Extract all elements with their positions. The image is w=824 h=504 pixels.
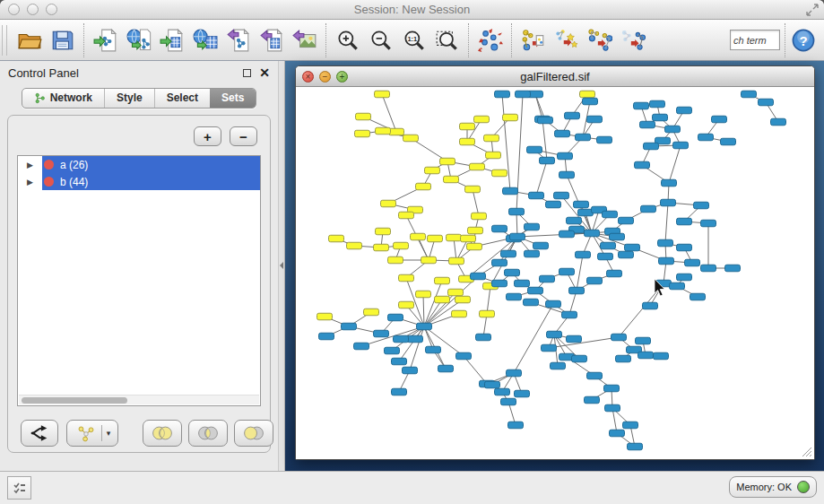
hide-unselected-button[interactable] (616, 22, 649, 58)
graph-node[interactable] (585, 230, 600, 237)
graph-node[interactable] (438, 365, 454, 372)
graph-node[interactable] (625, 244, 640, 251)
tab-network[interactable]: Network (22, 89, 104, 108)
graph-node[interactable] (634, 102, 649, 109)
graph-node[interactable] (583, 98, 598, 105)
search-input[interactable]: ch term (730, 30, 780, 50)
graph-node[interactable] (480, 310, 495, 317)
select-from-network-button[interactable] (550, 22, 583, 58)
graph-node[interactable] (347, 242, 362, 249)
graph-node[interactable] (641, 205, 656, 213)
graph-node[interactable] (376, 127, 391, 135)
intersect-sets-button[interactable] (188, 420, 228, 447)
first-neighbors-button[interactable] (583, 22, 616, 58)
graph-node[interactable] (421, 256, 437, 264)
graph-node[interactable] (329, 235, 344, 242)
graph-node[interactable] (486, 152, 501, 159)
graph-node[interactable] (516, 91, 531, 98)
zoom-1to1-button[interactable]: 1:1 (397, 22, 430, 58)
add-set-button[interactable]: + (194, 126, 221, 146)
apply-layout-button[interactable] (473, 22, 507, 58)
network-frame[interactable]: × − + galFiltered.sif (295, 65, 815, 460)
graph-node[interactable] (394, 335, 409, 343)
graph-node[interactable] (643, 302, 658, 309)
graph-node[interactable] (411, 233, 426, 240)
graph-node[interactable] (452, 310, 467, 317)
graph-node[interactable] (471, 273, 486, 280)
graph-node[interactable] (510, 233, 525, 240)
import-network-web-button[interactable] (122, 22, 155, 58)
dropdown-caret-icon[interactable]: ▾ (101, 425, 111, 441)
graph-node[interactable] (385, 347, 400, 354)
graph-node[interactable] (619, 217, 634, 224)
graph-node[interactable] (495, 388, 510, 395)
graph-node[interactable] (484, 135, 499, 142)
graph-node[interactable] (507, 369, 522, 377)
expander-icon[interactable]: ▶ (18, 156, 42, 173)
graph-node[interactable] (587, 277, 603, 284)
graph-node[interactable] (585, 396, 600, 404)
graph-node[interactable] (562, 311, 577, 318)
graph-node[interactable] (551, 362, 566, 369)
graph-node[interactable] (569, 287, 585, 294)
graph-node[interactable] (701, 265, 716, 272)
graph-node[interactable] (559, 268, 575, 275)
scrollbar-thumb[interactable] (22, 397, 127, 404)
horizontal-scrollbar[interactable] (19, 395, 259, 404)
split-set-button[interactable] (21, 420, 58, 447)
graph-node[interactable] (567, 217, 582, 224)
graph-node[interactable] (374, 330, 389, 337)
graph-node[interactable] (374, 244, 389, 251)
graph-node[interactable] (460, 123, 475, 130)
graph-node[interactable] (580, 91, 595, 98)
graph-node[interactable] (587, 116, 603, 123)
graph-node[interactable] (515, 280, 530, 287)
graph-node[interactable] (546, 201, 561, 208)
graph-node[interactable] (576, 134, 591, 141)
export-image-button[interactable] (288, 22, 321, 58)
sets-list[interactable]: ▶a (26)▶b (44) (17, 155, 261, 406)
graph-node[interactable] (317, 313, 333, 320)
export-table-button[interactable] (255, 22, 288, 58)
graph-node[interactable] (440, 158, 455, 165)
tab-select[interactable]: Select (154, 89, 210, 108)
graph-node[interactable] (721, 138, 736, 145)
graph-node[interactable] (650, 100, 665, 108)
graph-node[interactable] (416, 291, 431, 298)
graph-node[interactable] (597, 136, 612, 143)
graph-node[interactable] (555, 130, 570, 137)
graph-node[interactable] (394, 242, 409, 249)
graph-node[interactable] (677, 107, 692, 114)
graph-node[interactable] (447, 234, 462, 241)
import-table-web-button[interactable] (188, 22, 221, 58)
toolbar-grip[interactable] (2, 25, 7, 56)
graph-node[interactable] (628, 443, 643, 450)
graph-node[interactable] (435, 296, 450, 303)
graph-node[interactable] (495, 91, 510, 98)
window-titlebar[interactable]: Session: New Session (0, 0, 824, 20)
set-row[interactable]: ▶a (26) (18, 156, 260, 173)
graph-node[interactable] (677, 244, 692, 251)
graph-node[interactable] (448, 289, 464, 296)
graph-node[interactable] (670, 282, 685, 290)
union-sets-button[interactable] (143, 420, 182, 447)
graph-node[interactable] (623, 421, 638, 429)
graph-node[interactable] (381, 200, 396, 207)
graph-node[interactable] (554, 192, 569, 199)
graph-node[interactable] (771, 118, 786, 126)
graph-node[interactable] (694, 202, 709, 209)
graph-node[interactable] (399, 212, 414, 219)
graph-node[interactable] (576, 251, 591, 258)
graph-node[interactable] (653, 114, 668, 121)
graph-node[interactable] (388, 314, 403, 321)
graph-node[interactable] (616, 355, 631, 362)
frame-close-icon[interactable]: × (302, 71, 314, 83)
task-history-button[interactable] (7, 476, 31, 500)
graph-node[interactable] (461, 235, 476, 242)
difference-sets-button[interactable] (234, 420, 273, 447)
graph-node[interactable] (505, 269, 520, 276)
graph-node[interactable] (503, 114, 518, 121)
graph-node[interactable] (603, 211, 618, 218)
graph-node[interactable] (474, 116, 490, 123)
graph-node[interactable] (467, 243, 482, 250)
